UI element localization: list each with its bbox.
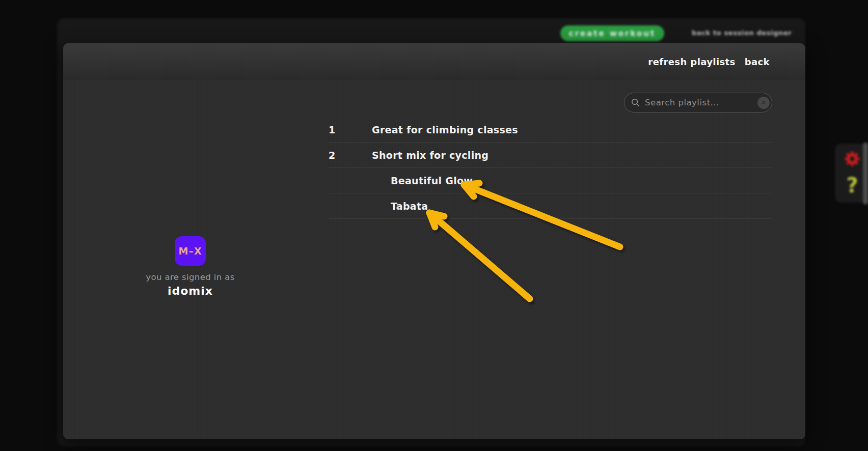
- playlist-picker-modal: refresh playlists back ✕ 1 Great for cli…: [63, 43, 805, 439]
- mixapp-logo: M–X: [175, 236, 206, 266]
- playlist-list: 1 Great for climbing classes 2 Short mix…: [329, 117, 772, 219]
- clear-search-icon[interactable]: ✕: [757, 97, 770, 109]
- modal-header: refresh playlists back: [63, 43, 805, 80]
- signed-in-label: you are signed in as: [114, 272, 267, 282]
- search-icon: [631, 98, 640, 107]
- playlist-name: Tabata: [372, 201, 428, 212]
- playlist-row[interactable]: 2 Short mix for cycling: [329, 143, 772, 168]
- scrollbar-thumb[interactable]: [863, 143, 868, 205]
- playlist-row[interactable]: Tabata: [329, 193, 772, 219]
- top-bar: create workout back to session designer: [57, 18, 805, 44]
- playlist-index: 1: [329, 124, 372, 135]
- search-input[interactable]: [645, 98, 757, 107]
- playlist-name: Short mix for cycling: [372, 150, 489, 161]
- playlist-name: Great for climbing classes: [372, 124, 518, 135]
- playlist-row[interactable]: 1 Great for climbing classes: [329, 117, 772, 143]
- playlist-name: Beautiful Glow: [372, 175, 473, 186]
- refresh-playlists-button[interactable]: refresh playlists: [648, 57, 735, 67]
- playlist-index: 2: [329, 150, 372, 161]
- create-workout-button[interactable]: create workout: [560, 25, 664, 41]
- back-to-session-designer-link[interactable]: back to session designer: [692, 29, 804, 37]
- settings-gear-icon[interactable]: [843, 150, 861, 168]
- username: idomix: [114, 285, 267, 297]
- back-button[interactable]: back: [745, 57, 770, 67]
- help-icon[interactable]: ?: [845, 175, 859, 195]
- playlist-row[interactable]: Beautiful Glow: [329, 168, 772, 193]
- account-info: M–X you are signed in as idomix: [114, 236, 267, 297]
- search-box: ✕: [624, 93, 772, 112]
